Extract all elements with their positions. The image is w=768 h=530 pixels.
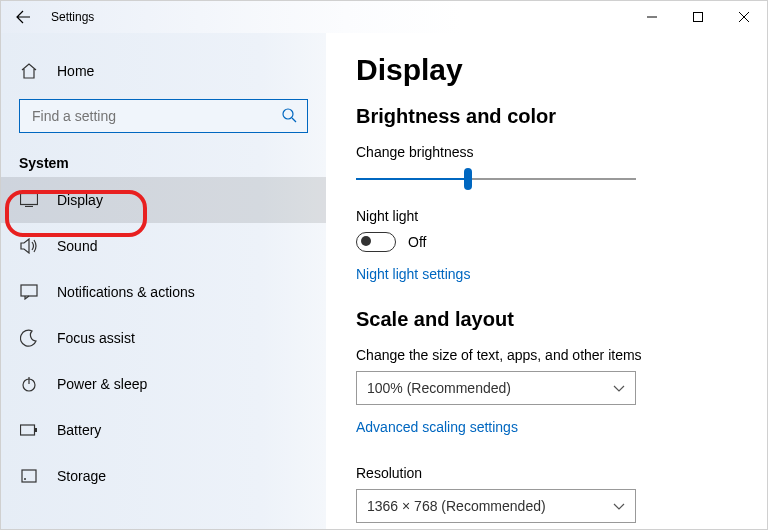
minimize-button[interactable] [629, 1, 675, 33]
nav-label: Notifications & actions [57, 284, 195, 300]
maximize-icon [693, 12, 703, 22]
svg-rect-13 [22, 470, 36, 482]
svg-rect-11 [21, 425, 35, 435]
svg-rect-8 [21, 285, 37, 296]
home-link[interactable]: Home [1, 51, 326, 91]
search-icon [281, 107, 297, 126]
window-title: Settings [45, 10, 629, 24]
nav-item-focus-assist[interactable]: Focus assist [1, 315, 326, 361]
content-panel: Display Brightness and color Change brig… [326, 33, 767, 529]
section-brightness-color: Brightness and color [356, 105, 737, 128]
nav-item-notifications[interactable]: Notifications & actions [1, 269, 326, 315]
nav-label: Sound [57, 238, 97, 254]
nav-item-display[interactable]: Display [1, 177, 326, 223]
nav-label: Display [57, 192, 103, 208]
svg-point-4 [283, 109, 293, 119]
night-light-label: Night light [356, 208, 737, 224]
battery-icon [19, 420, 39, 440]
nav-item-power-sleep[interactable]: Power & sleep [1, 361, 326, 407]
sound-icon [19, 236, 39, 256]
close-button[interactable] [721, 1, 767, 33]
section-label-system: System [1, 133, 326, 177]
nav-label: Power & sleep [57, 376, 147, 392]
svg-line-5 [292, 118, 296, 122]
minimize-icon [647, 12, 657, 22]
nav-item-storage[interactable]: Storage [1, 453, 326, 499]
search-input[interactable] [30, 107, 281, 125]
storage-icon [19, 466, 39, 486]
slider-fill [356, 178, 468, 180]
focus-assist-icon [19, 328, 39, 348]
nav-item-battery[interactable]: Battery [1, 407, 326, 453]
back-button[interactable] [1, 9, 45, 25]
power-icon [19, 374, 39, 394]
section-scale-layout: Scale and layout [356, 308, 737, 331]
svg-rect-1 [694, 13, 703, 22]
home-label: Home [57, 63, 94, 79]
scale-dropdown[interactable]: 100% (Recommended) [356, 371, 636, 405]
nav-item-sound[interactable]: Sound [1, 223, 326, 269]
arrow-left-icon [15, 9, 31, 25]
svg-rect-12 [35, 428, 37, 432]
brightness-slider[interactable] [356, 168, 636, 190]
slider-thumb[interactable] [464, 168, 472, 190]
svg-rect-6 [21, 194, 38, 205]
scale-value: 100% (Recommended) [367, 380, 511, 396]
svg-point-14 [24, 478, 26, 480]
night-light-settings-link[interactable]: Night light settings [356, 266, 470, 282]
nav-label: Battery [57, 422, 101, 438]
nav-label: Storage [57, 468, 106, 484]
close-icon [739, 12, 749, 22]
home-icon [19, 61, 39, 81]
night-light-toggle[interactable] [356, 232, 396, 252]
chevron-down-icon [613, 498, 625, 514]
resolution-label: Resolution [356, 465, 737, 481]
scale-label: Change the size of text, apps, and other… [356, 347, 737, 363]
display-icon [19, 190, 39, 210]
maximize-button[interactable] [675, 1, 721, 33]
sidebar: Home System Display Sound Notifications … [1, 33, 326, 529]
brightness-label: Change brightness [356, 144, 737, 160]
page-title: Display [356, 53, 737, 87]
night-light-state: Off [408, 234, 426, 250]
resolution-value: 1366 × 768 (Recommended) [367, 498, 546, 514]
notifications-icon [19, 282, 39, 302]
toggle-knob [361, 236, 371, 246]
chevron-down-icon [613, 380, 625, 396]
titlebar: Settings [1, 1, 767, 33]
advanced-scaling-link[interactable]: Advanced scaling settings [356, 419, 518, 435]
resolution-dropdown[interactable]: 1366 × 768 (Recommended) [356, 489, 636, 523]
search-box[interactable] [19, 99, 308, 133]
nav-label: Focus assist [57, 330, 135, 346]
